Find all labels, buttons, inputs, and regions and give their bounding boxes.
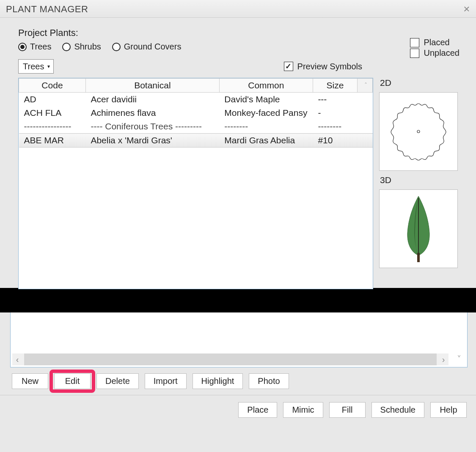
group-label: Project Plants:: [8, 26, 468, 42]
radio-shrubs[interactable]: Shrubs: [62, 42, 101, 52]
content-gap: [0, 288, 476, 312]
tree-3d-icon: [393, 193, 444, 265]
col-scroll-header: ˄: [358, 79, 373, 93]
preview-2d-box[interactable]: [379, 92, 458, 171]
table-row[interactable]: ACH FLA Achimenes flava Monkey-faced Pan…: [19, 106, 373, 120]
radio-label: Trees: [30, 42, 51, 52]
check-label: Unplaced: [424, 48, 459, 58]
scroll-right-icon[interactable]: ›: [438, 355, 448, 364]
radio-label: Shrubs: [74, 42, 101, 52]
checkbox-icon: [410, 38, 419, 47]
chevron-down-icon: ▾: [47, 63, 50, 69]
plant-table[interactable]: Code Botanical Common Size ˄ AD Acer dav…: [18, 78, 373, 289]
fill-button[interactable]: Fill: [329, 402, 366, 418]
preview-3d-label: 3D: [379, 175, 459, 185]
schedule-button[interactable]: Schedule: [371, 402, 424, 418]
preview-3d-box[interactable]: [379, 189, 458, 268]
radio-dot-icon: [112, 43, 121, 51]
place-button[interactable]: Place: [238, 402, 277, 418]
delete-button[interactable]: Delete: [96, 373, 139, 389]
table-separator: ---------------- ---- Coniferous Trees -…: [19, 120, 373, 134]
check-label: Placed: [424, 38, 449, 47]
check-label: Preview Symbols: [297, 62, 362, 71]
dropdown-value: Trees: [23, 62, 44, 71]
edit-button[interactable]: Edit: [54, 373, 91, 389]
col-code[interactable]: Code: [19, 79, 86, 93]
table-row[interactable]: AD Acer davidii David's Maple ---: [19, 93, 373, 107]
check-placed[interactable]: Placed: [410, 38, 459, 47]
col-common[interactable]: Common: [219, 79, 313, 93]
check-unplaced[interactable]: Unplaced: [410, 48, 459, 58]
new-button[interactable]: New: [12, 373, 48, 389]
help-button[interactable]: Help: [430, 402, 467, 418]
tree-2d-symbol-icon: [385, 98, 452, 165]
highlight-button[interactable]: Highlight: [193, 373, 243, 389]
col-botanical[interactable]: Botanical: [85, 79, 219, 93]
preview-2d-label: 2D: [379, 78, 459, 88]
scrollbar-thumb[interactable]: [24, 353, 437, 365]
photo-button[interactable]: Photo: [249, 373, 289, 389]
radio-dot-icon: [62, 43, 71, 51]
scroll-up-icon[interactable]: ˄: [359, 79, 372, 91]
table-row[interactable]: ABE MAR Abelia x 'Mardi Gras' Mardi Gras…: [19, 134, 373, 148]
radio-trees[interactable]: Trees: [18, 42, 51, 52]
horizontal-scrollbar[interactable]: ‹ ›: [12, 353, 448, 365]
close-icon[interactable]: ×: [463, 3, 470, 16]
checkbox-icon: [410, 49, 419, 58]
checkbox-icon: [284, 62, 293, 71]
window-title: PLANT MANAGER: [6, 4, 88, 15]
import-button[interactable]: Import: [145, 373, 187, 389]
mimic-button[interactable]: Mimic: [283, 402, 323, 418]
plant-table-lower[interactable]: ˅ ‹ ›: [10, 312, 468, 367]
radio-dot-icon: [18, 43, 27, 51]
svg-point-0: [417, 130, 420, 133]
check-preview-symbols[interactable]: Preview Symbols: [284, 62, 362, 71]
radio-label: Ground Covers: [124, 42, 182, 52]
scroll-left-icon[interactable]: ‹: [12, 355, 22, 364]
col-size[interactable]: Size: [313, 79, 357, 93]
scroll-down-icon[interactable]: ˅: [454, 353, 465, 364]
radio-ground-covers[interactable]: Ground Covers: [112, 42, 182, 52]
category-dropdown[interactable]: Trees ▾: [18, 59, 54, 74]
